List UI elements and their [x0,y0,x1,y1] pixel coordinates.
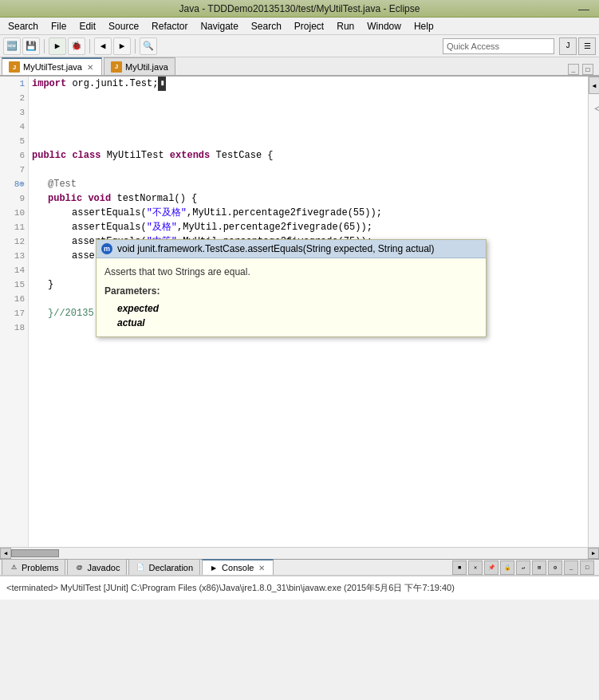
editor-ctrl-buttons: _ □ [564,64,597,75]
toolbar-save-btn[interactable]: 💾 [22,37,40,55]
menu-search[interactable]: Search [3,19,43,33]
toolbar-sep2 [89,39,90,53]
line-num-10: 10 [2,206,25,220]
tooltip-param-actual: actual [117,316,478,330]
bottom-toolbar-btns: ■ ✕ 📌 🔒 ↵ ⊞ ⚙ _ □ [449,560,597,575]
line-num-5: 5 [2,134,25,148]
editor-hscrollbar: ◀ ▶ [0,547,599,558]
editor-maximize-btn[interactable]: □ [582,64,593,75]
tooltip-param-expected: expected [117,301,478,316]
line-num-8: 8⊕ [2,177,25,191]
toolbar-new-btn[interactable]: 🆕 [3,37,21,55]
tab-problems[interactable]: ⚠ Problems [2,559,65,575]
tab-declaration[interactable]: 📄 Declaration [128,559,200,575]
right-panel-toggle[interactable]: ◀ [589,77,599,94]
console-output: <terminated> MyUtilTest [JUnit] C:\Progr… [0,576,599,600]
console-close-btn[interactable]: ✕ [257,564,266,572]
javadoc-icon: @ [74,563,84,572]
bottom-clear-btn[interactable]: ✕ [468,560,483,575]
code-line-3 [32,105,586,120]
line-num-14: 14 [2,263,25,277]
code-line-7 [32,163,586,177]
tab-close-myutiltest[interactable]: ✕ [85,63,95,72]
tab-declaration-label: Declaration [148,563,193,572]
bottom-minimize-btn[interactable]: _ [564,560,578,575]
line-num-16: 16 [2,292,25,306]
menu-file[interactable]: File [46,19,71,33]
toolbar-sep3 [135,39,136,53]
hscroll-right-btn[interactable]: ▶ [588,548,599,559]
hscrollbar-thumb[interactable] [11,549,59,557]
line-num-13: 13 [2,249,25,263]
menu-refactor[interactable]: Refactor [147,19,192,33]
line-num-6: 6 [2,148,25,163]
bottom-pin-btn[interactable]: 📌 [484,560,499,575]
bottom-tab-bar: ⚠ Problems @ Javadoc 📄 Declaration ▶ Con… [0,558,599,576]
tab-console[interactable]: ▶ Console ✕ [202,559,274,575]
tab-myutil[interactable]: J MyUtil.java [104,57,175,75]
menu-run[interactable]: Run [332,19,359,33]
line-num-18: 18 [2,321,25,335]
console-text: <terminated> MyUtilTest [JUnit] C:\Progr… [6,582,455,594]
tooltip-body: Asserts that two Strings are equal. Para… [97,258,486,336]
window-title: Java - TDDDemo20135130/test/MyUtilTest.j… [179,3,420,14]
menu-help[interactable]: Help [409,19,439,33]
bottom-word-wrap-btn[interactable]: ↵ [516,560,530,575]
bottom-stop-btn[interactable]: ■ [452,560,467,575]
hscroll-left-btn[interactable]: ◀ [0,548,11,559]
bottom-settings-btn[interactable]: ⚙ [548,560,562,575]
tab-problems-label: Problems [22,563,58,572]
menu-navigate[interactable]: Navigate [195,19,242,33]
bottom-maximize-btn[interactable]: □ [580,560,594,575]
tab-icon-myutil: J [111,61,122,73]
menu-bar: Search File Edit Source Refactor Navigat… [0,18,599,35]
line-num-1: 1 [2,77,25,91]
problems-icon: ⚠ [9,563,18,572]
toolbar-fwd-btn[interactable]: ▶ [113,37,131,55]
editor-minimize-btn[interactable]: _ [568,64,579,75]
tooltip-header: m void junit.framework.TestCase.assertEq… [97,240,486,258]
right-panel: ◀ ◁ [588,77,599,547]
line-num-7: 7 [2,163,25,177]
toolbar-perspective-btn[interactable]: J [559,37,577,55]
hscrollbar-track[interactable] [11,548,588,559]
tab-javadoc-label: Javadoc [87,563,120,572]
right-panel-arrow: ◁ [589,97,599,117]
editor-tab-bar: J MyUtilTest.java ✕ J MyUtil.java _ □ [0,57,599,77]
bottom-scroll-lock-btn[interactable]: 🔒 [500,560,514,575]
declaration-icon: 📄 [136,563,145,572]
menu-edit[interactable]: Edit [74,19,100,33]
menu-window[interactable]: Window [362,19,406,33]
line-num-15: 15 [2,277,25,292]
menu-search2[interactable]: Search [246,19,286,33]
tab-console-label: Console [222,563,254,572]
tooltip-popup: m void junit.framework.TestCase.assertEq… [96,239,487,337]
console-icon: ▶ [209,563,219,572]
tab-myutiltest[interactable]: J MyUtilTest.java ✕ [2,57,102,75]
editor-area: 1 2 3 4 5 6 7 8⊕ 9 10 11 12 13 14 15 16 … [0,77,599,547]
code-line-4 [32,120,586,134]
tooltip-param-actual-name: actual [117,317,145,328]
tooltip-param-expected-name: expected [117,303,159,314]
toolbar-search-btn[interactable]: 🔍 [140,37,157,55]
toolbar-right-icons: J ☰ [559,37,596,55]
menu-source[interactable]: Source [104,19,144,33]
minimize-button[interactable]: — [578,2,589,15]
quick-access-label: Quick Access [447,41,499,51]
menu-project[interactable]: Project [290,19,329,33]
toolbar-back-btn[interactable]: ◀ [94,37,112,55]
tab-javadoc[interactable]: @ Javadoc [67,559,127,575]
toolbar-sep1 [44,39,45,53]
line-num-9: 9 [2,191,25,206]
title-bar: Java - TDDDemo20135130/test/MyUtilTest.j… [0,0,599,18]
bottom-open-console-btn[interactable]: ⊞ [532,560,546,575]
toolbar-run-btn[interactable]: ▶ [49,37,66,55]
tooltip-signature: void junit.framework.TestCase.assertEqua… [117,243,435,254]
line-num-3: 3 [2,105,25,120]
code-line-6: public class MyUtilTest extends TestCase… [32,148,586,163]
tab-icon-myutiltest: J [9,61,20,73]
toolbar-debug-btn[interactable]: 🐞 [68,37,85,55]
toolbar-view-btn[interactable]: ☰ [578,37,596,55]
quick-access-input[interactable]: Quick Access [443,38,554,54]
code-line-10: assertEquals("不及格",MyUtil.percentage2fiv… [32,206,586,220]
